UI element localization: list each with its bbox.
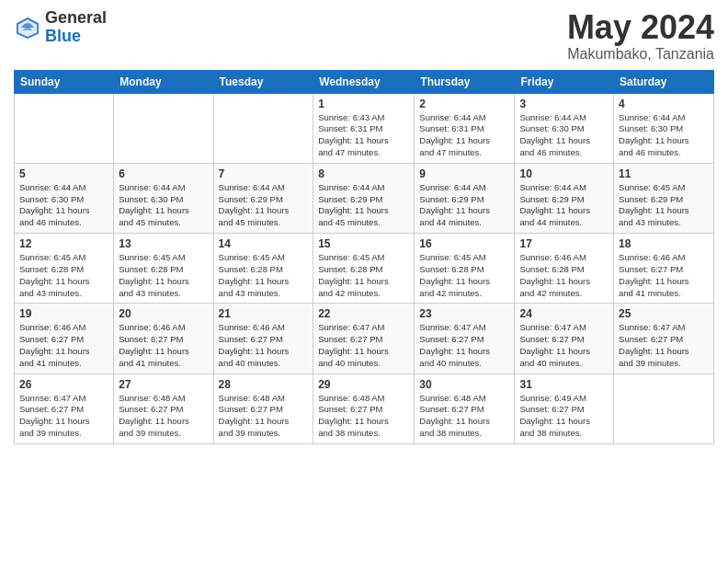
day-info: Sunrise: 6:48 AM Sunset: 6:27 PM Dayligh… [119, 393, 208, 440]
page: General Blue May 2024 Makumbako, Tanzani… [0, 0, 728, 563]
day-number: 7 [219, 167, 309, 180]
table-row: 25Sunrise: 6:47 AM Sunset: 6:27 PM Dayli… [614, 304, 714, 373]
title-month: May 2024 [567, 9, 714, 46]
header-tuesday: Tuesday [213, 70, 313, 93]
day-info: Sunrise: 6:45 AM Sunset: 6:28 PM Dayligh… [318, 252, 409, 299]
table-row: 1Sunrise: 6:43 AM Sunset: 6:31 PM Daylig… [313, 93, 415, 163]
day-number: 27 [119, 378, 208, 391]
header-sunday: Sunday [15, 70, 114, 93]
table-row [213, 93, 313, 163]
day-info: Sunrise: 6:44 AM Sunset: 6:30 PM Dayligh… [619, 112, 709, 159]
day-number: 20 [119, 307, 208, 320]
table-row: 30Sunrise: 6:48 AM Sunset: 6:27 PM Dayli… [415, 373, 515, 443]
title-location: Makumbako, Tanzania [567, 46, 714, 63]
title-block: May 2024 Makumbako, Tanzania [567, 9, 714, 63]
table-row: 6Sunrise: 6:44 AM Sunset: 6:30 PM Daylig… [114, 163, 213, 233]
day-info: Sunrise: 6:46 AM Sunset: 6:27 PM Dayligh… [219, 322, 309, 369]
day-number: 11 [619, 167, 709, 180]
day-number: 15 [318, 237, 409, 250]
day-number: 13 [119, 237, 208, 250]
table-row: 3Sunrise: 6:44 AM Sunset: 6:30 PM Daylig… [515, 93, 614, 163]
day-number: 8 [318, 167, 409, 180]
day-number: 19 [19, 307, 108, 320]
day-number: 23 [419, 307, 509, 320]
day-info: Sunrise: 6:45 AM Sunset: 6:28 PM Dayligh… [419, 252, 509, 299]
table-row: 2Sunrise: 6:44 AM Sunset: 6:31 PM Daylig… [415, 93, 515, 163]
table-row: 24Sunrise: 6:47 AM Sunset: 6:27 PM Dayli… [515, 304, 614, 373]
logo-icon [14, 14, 41, 41]
header-thursday: Thursday [415, 70, 515, 93]
table-row: 20Sunrise: 6:46 AM Sunset: 6:27 PM Dayli… [114, 304, 213, 373]
day-info: Sunrise: 6:44 AM Sunset: 6:29 PM Dayligh… [318, 182, 409, 229]
day-number: 12 [19, 237, 108, 250]
day-number: 25 [619, 307, 709, 320]
day-info: Sunrise: 6:47 AM Sunset: 6:27 PM Dayligh… [519, 322, 609, 369]
day-info: Sunrise: 6:48 AM Sunset: 6:27 PM Dayligh… [219, 393, 309, 440]
table-row: 18Sunrise: 6:46 AM Sunset: 6:27 PM Dayli… [614, 234, 714, 304]
day-number: 9 [419, 167, 509, 180]
day-number: 18 [619, 237, 709, 250]
calendar-week-row: 1Sunrise: 6:43 AM Sunset: 6:31 PM Daylig… [15, 93, 714, 163]
table-row: 11Sunrise: 6:45 AM Sunset: 6:29 PM Dayli… [614, 163, 714, 233]
table-row: 29Sunrise: 6:48 AM Sunset: 6:27 PM Dayli… [313, 373, 415, 443]
day-info: Sunrise: 6:49 AM Sunset: 6:27 PM Dayligh… [519, 393, 609, 440]
table-row: 21Sunrise: 6:46 AM Sunset: 6:27 PM Dayli… [213, 304, 313, 373]
day-number: 31 [519, 378, 609, 391]
day-info: Sunrise: 6:44 AM Sunset: 6:30 PM Dayligh… [119, 182, 208, 229]
header-monday: Monday [114, 70, 213, 93]
logo-blue-text: Blue [45, 28, 107, 46]
day-number: 22 [318, 307, 409, 320]
table-row: 27Sunrise: 6:48 AM Sunset: 6:27 PM Dayli… [114, 373, 213, 443]
table-row: 14Sunrise: 6:45 AM Sunset: 6:28 PM Dayli… [213, 234, 313, 304]
day-info: Sunrise: 6:46 AM Sunset: 6:28 PM Dayligh… [519, 252, 609, 299]
table-row: 23Sunrise: 6:47 AM Sunset: 6:27 PM Dayli… [415, 304, 515, 373]
day-number: 2 [419, 98, 509, 110]
day-info: Sunrise: 6:47 AM Sunset: 6:27 PM Dayligh… [619, 322, 709, 369]
day-number: 17 [519, 237, 609, 250]
day-info: Sunrise: 6:44 AM Sunset: 6:30 PM Dayligh… [19, 182, 108, 229]
table-row: 19Sunrise: 6:46 AM Sunset: 6:27 PM Dayli… [15, 304, 114, 373]
table-row [614, 373, 714, 443]
table-row: 9Sunrise: 6:44 AM Sunset: 6:29 PM Daylig… [415, 163, 515, 233]
day-number: 1 [318, 98, 409, 110]
day-number: 4 [619, 98, 709, 110]
day-info: Sunrise: 6:44 AM Sunset: 6:31 PM Dayligh… [419, 112, 509, 159]
table-row: 7Sunrise: 6:44 AM Sunset: 6:29 PM Daylig… [213, 163, 313, 233]
day-number: 30 [419, 378, 509, 391]
day-number: 29 [318, 378, 409, 391]
day-info: Sunrise: 6:48 AM Sunset: 6:27 PM Dayligh… [419, 393, 509, 440]
day-info: Sunrise: 6:47 AM Sunset: 6:27 PM Dayligh… [19, 393, 108, 440]
day-info: Sunrise: 6:45 AM Sunset: 6:28 PM Dayligh… [19, 252, 108, 299]
day-info: Sunrise: 6:46 AM Sunset: 6:27 PM Dayligh… [19, 322, 108, 369]
table-row: 10Sunrise: 6:44 AM Sunset: 6:29 PM Dayli… [515, 163, 614, 233]
table-row: 31Sunrise: 6:49 AM Sunset: 6:27 PM Dayli… [515, 373, 614, 443]
header-saturday: Saturday [614, 70, 714, 93]
header: General Blue May 2024 Makumbako, Tanzani… [14, 9, 714, 63]
day-info: Sunrise: 6:45 AM Sunset: 6:28 PM Dayligh… [219, 252, 309, 299]
table-row: 5Sunrise: 6:44 AM Sunset: 6:30 PM Daylig… [15, 163, 114, 233]
table-row: 28Sunrise: 6:48 AM Sunset: 6:27 PM Dayli… [213, 373, 313, 443]
day-number: 16 [419, 237, 509, 250]
day-info: Sunrise: 6:43 AM Sunset: 6:31 PM Dayligh… [318, 112, 409, 159]
day-number: 28 [219, 378, 309, 391]
weekday-header-row: Sunday Monday Tuesday Wednesday Thursday… [15, 70, 714, 93]
day-number: 5 [19, 167, 108, 180]
table-row: 8Sunrise: 6:44 AM Sunset: 6:29 PM Daylig… [313, 163, 415, 233]
day-number: 10 [519, 167, 609, 180]
calendar-week-row: 19Sunrise: 6:46 AM Sunset: 6:27 PM Dayli… [15, 304, 714, 373]
day-info: Sunrise: 6:47 AM Sunset: 6:27 PM Dayligh… [318, 322, 409, 369]
table-row: 16Sunrise: 6:45 AM Sunset: 6:28 PM Dayli… [415, 234, 515, 304]
day-number: 24 [519, 307, 609, 320]
table-row [15, 93, 114, 163]
logo-text: General Blue [45, 9, 107, 46]
table-row: 13Sunrise: 6:45 AM Sunset: 6:28 PM Dayli… [114, 234, 213, 304]
table-row [114, 93, 213, 163]
table-row: 26Sunrise: 6:47 AM Sunset: 6:27 PM Dayli… [15, 373, 114, 443]
calendar-week-row: 12Sunrise: 6:45 AM Sunset: 6:28 PM Dayli… [15, 234, 714, 304]
calendar-table: Sunday Monday Tuesday Wednesday Thursday… [14, 70, 714, 444]
day-info: Sunrise: 6:44 AM Sunset: 6:30 PM Dayligh… [519, 112, 609, 159]
calendar-week-row: 26Sunrise: 6:47 AM Sunset: 6:27 PM Dayli… [15, 373, 714, 443]
day-info: Sunrise: 6:45 AM Sunset: 6:28 PM Dayligh… [119, 252, 208, 299]
table-row: 22Sunrise: 6:47 AM Sunset: 6:27 PM Dayli… [313, 304, 415, 373]
day-number: 26 [19, 378, 108, 391]
